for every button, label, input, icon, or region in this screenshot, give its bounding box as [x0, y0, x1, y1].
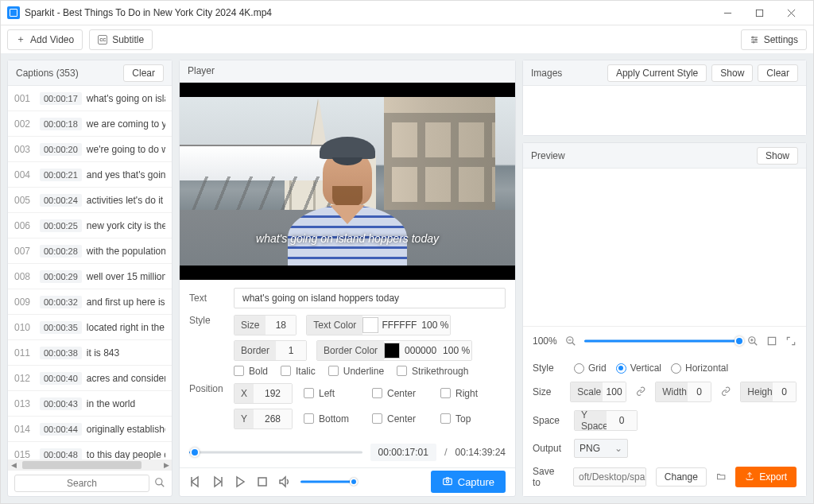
caption-row[interactable]: 00100:00:17what's going on island hopper…	[8, 86, 172, 111]
underline-checkbox[interactable]: Underline	[328, 366, 384, 377]
captions-search-input[interactable]	[14, 475, 149, 492]
capture-button[interactable]: Capture	[431, 471, 506, 493]
video-player[interactable]: what's going on island hoppers today	[180, 83, 515, 280]
window-close-button[interactable]	[775, 2, 807, 24]
caption-time: 00:00:32	[40, 296, 82, 308]
align-centerv-checkbox[interactable]: Center	[372, 413, 429, 425]
horizontal-radio[interactable]: Horizontal	[671, 362, 728, 374]
y-input[interactable]: Y268	[234, 409, 293, 429]
app-icon	[7, 6, 20, 19]
space-label: Space	[533, 415, 564, 426]
italic-checkbox[interactable]: Italic	[281, 366, 316, 377]
x-input[interactable]: X192	[234, 383, 293, 404]
search-icon[interactable]	[154, 477, 165, 490]
captions-title: Captions (353)	[16, 68, 118, 79]
window-minimize-button[interactable]	[711, 2, 743, 24]
caption-row[interactable]: 00900:00:32and first up here is central	[8, 289, 172, 315]
caption-row[interactable]: 00400:00:21and yes that's going to inclu…	[8, 162, 172, 188]
align-centerh-checkbox[interactable]: Center	[372, 388, 429, 399]
border-input[interactable]: Border1	[234, 340, 307, 361]
yspace-input[interactable]: Y Space0	[574, 410, 638, 431]
play-button[interactable]	[234, 475, 246, 488]
change-path-button[interactable]: Change	[656, 467, 707, 487]
apply-style-button[interactable]: Apply Current Style	[607, 64, 707, 82]
captions-hscrollbar[interactable]: ◀ ▶	[8, 459, 172, 471]
grid-radio[interactable]: Grid	[574, 362, 607, 374]
window-title: Sparkit - Best Things To Do in New York …	[25, 7, 711, 18]
height-input[interactable]: Height0	[740, 382, 797, 402]
images-show-button[interactable]: Show	[711, 64, 753, 82]
output-format-select[interactable]: PNG⌄	[574, 439, 628, 458]
caption-text: with the population	[87, 246, 165, 257]
align-top-checkbox[interactable]: Top	[440, 413, 498, 425]
stop-button[interactable]	[256, 475, 269, 488]
main-layout: Captions (353) Clear 00100:00:17what's g…	[1, 53, 813, 503]
expand-icon[interactable]	[785, 335, 797, 347]
svg-line-11	[161, 483, 165, 487]
bold-checkbox[interactable]: Bold	[234, 366, 268, 377]
border-color-input[interactable]: Border Color000000100 %	[316, 340, 472, 361]
svg-point-9	[753, 41, 754, 43]
caption-text-input[interactable]	[234, 288, 506, 308]
export-icon	[745, 471, 754, 483]
subtitle-button[interactable]: cc Subtitle	[89, 29, 153, 50]
scroll-left-icon[interactable]: ◀	[8, 461, 19, 469]
caption-index: 002	[14, 118, 35, 130]
scroll-right-icon[interactable]: ▶	[161, 461, 172, 469]
caption-text: in the world	[87, 398, 165, 409]
zoom-out-icon[interactable]	[565, 335, 576, 347]
volume-slider[interactable]	[300, 476, 356, 487]
save-path-field[interactable]: oft/Desktop/sparkit	[573, 467, 646, 487]
caption-row[interactable]: 00600:00:25new york city is the largest	[8, 213, 172, 238]
window-maximize-button[interactable]	[743, 2, 775, 24]
caption-row[interactable]: 00500:00:24activities let's do it	[8, 188, 172, 213]
caption-time: 00:00:44	[40, 423, 82, 436]
preview-title: Preview	[531, 150, 752, 161]
captions-list[interactable]: 00100:00:17what's going on island hopper…	[8, 86, 172, 459]
fit-icon[interactable]	[766, 335, 777, 347]
width-input[interactable]: Width0	[655, 382, 711, 402]
zoom-in-icon[interactable]	[747, 335, 758, 347]
cc-icon: cc	[98, 35, 107, 45]
caption-row[interactable]: 01400:00:44originally established for	[8, 417, 172, 442]
text-color-input[interactable]: Text ColorFFFFFF100 %	[306, 315, 451, 335]
caption-row[interactable]: 00800:00:29well over 15 million in the	[8, 264, 172, 289]
export-button[interactable]: Export	[735, 467, 797, 487]
align-bottom-checkbox[interactable]: Bottom	[304, 413, 361, 425]
preview-show-button[interactable]: Show	[757, 147, 798, 165]
caption-row[interactable]: 00700:00:28with the population	[8, 238, 172, 264]
captions-clear-button[interactable]: Clear	[123, 64, 164, 82]
volume-icon[interactable]	[278, 475, 291, 488]
size-input[interactable]: Size18	[234, 315, 297, 335]
position-field-label: Position	[189, 383, 227, 394]
svg-rect-19	[444, 479, 452, 485]
step-back-button[interactable]	[211, 475, 224, 488]
caption-row[interactable]: 00300:00:20we're going to do with the	[8, 137, 172, 162]
vertical-radio[interactable]: Vertical	[616, 362, 661, 374]
strike-checkbox[interactable]: Strikethrough	[397, 366, 468, 377]
align-right-checkbox[interactable]: Right	[440, 388, 498, 399]
caption-row[interactable]: 01200:00:40acres and considered one	[8, 366, 172, 391]
caption-text: and yes that's going to include	[87, 169, 165, 180]
scale-input[interactable]: Scale100	[570, 382, 626, 402]
folder-icon[interactable]	[716, 471, 726, 483]
prev-frame-button[interactable]	[189, 475, 202, 488]
settings-button[interactable]: Settings	[741, 29, 807, 50]
add-video-label: Add Video	[30, 34, 74, 45]
caption-row[interactable]: 01500:00:48to this day people come	[8, 442, 172, 459]
link-wh-icon[interactable]	[721, 386, 731, 397]
images-clear-button[interactable]: Clear	[758, 64, 798, 82]
caption-row[interactable]: 01000:00:35located right in the heart	[8, 315, 172, 340]
caption-text: to this day people come	[87, 449, 165, 460]
caption-row[interactable]: 00200:00:18we are coming to you from	[8, 111, 172, 137]
caption-row[interactable]: 01300:00:43in the world	[8, 391, 172, 417]
zoom-slider[interactable]	[584, 335, 739, 347]
add-video-button[interactable]: ＋ Add Video	[7, 29, 83, 50]
subtitle-label: Subtitle	[112, 34, 144, 45]
timeline-slider[interactable]	[189, 446, 362, 459]
caption-time: 00:00:25	[40, 219, 82, 232]
align-left-checkbox[interactable]: Left	[304, 388, 361, 399]
link-scale-icon[interactable]	[636, 386, 645, 397]
caption-time: 00:00:35	[40, 321, 82, 334]
caption-row[interactable]: 01100:00:38it is 843	[8, 340, 172, 366]
